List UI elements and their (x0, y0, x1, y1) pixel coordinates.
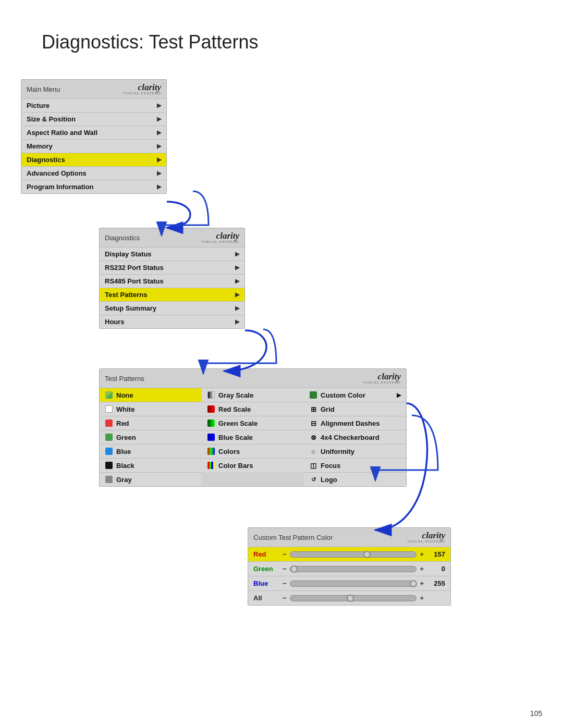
white-color-icon (105, 405, 113, 413)
tp-item-redscale[interactable]: Red Scale (202, 402, 304, 416)
grid-icon: ⊞ (309, 405, 317, 413)
gray-color-icon (105, 476, 113, 483)
green-slider[interactable] (290, 566, 417, 572)
alignment-icon: ⊟ (309, 419, 317, 427)
diag-item-setup-summary[interactable]: Setup Summary ▶ (100, 301, 244, 315)
page-number: 105 (530, 709, 542, 718)
all-slider[interactable] (290, 595, 417, 601)
uniformity-icon: ○ (309, 447, 317, 455)
blue-minus[interactable]: − (283, 579, 287, 587)
blue-color-icon (105, 448, 113, 455)
bluescale-icon (207, 434, 215, 441)
red-color-icon (105, 419, 113, 427)
custom-color-all-row[interactable]: All − + (248, 590, 450, 605)
tp-item-green[interactable]: Green (100, 430, 202, 444)
diagnostics-title: Diagnostics (105, 234, 140, 242)
test-patterns-header: Test Patterns clarity Visual Systems (100, 369, 406, 388)
test-patterns-title: Test Patterns (105, 375, 144, 382)
red-value: 157 (427, 550, 445, 558)
logo-icon: ↺ (309, 475, 317, 484)
tp-item-greenscale[interactable]: Green Scale (202, 416, 304, 430)
arrow-icon: ▶ (235, 264, 239, 271)
custom-color-red-row[interactable]: Red − + 157 (248, 547, 450, 561)
green-minus[interactable]: − (283, 565, 287, 573)
arrow-icon: ▶ (235, 318, 239, 325)
red-minus[interactable]: − (283, 550, 287, 558)
tp-item-colors[interactable]: Colors (202, 444, 304, 458)
main-menu-item-diagnostics[interactable]: Diagnostics ▶ (21, 153, 166, 166)
main-menu-item-memory[interactable]: Memory ▶ (21, 139, 166, 153)
red-plus[interactable]: + (420, 550, 424, 558)
tp-item-uniformity[interactable]: ○ Uniformity (304, 444, 406, 458)
main-menu-item-advanced-options[interactable]: Advanced Options ▶ (21, 166, 166, 180)
checkerboard-icon: ⊗ (309, 433, 317, 441)
tp-item-focus[interactable]: ◫ Focus (304, 458, 406, 472)
main-menu-panel: Main Menu clarity Visual Systems Picture… (21, 79, 167, 194)
tp-item-red[interactable]: Red (100, 416, 202, 430)
black-color-icon (105, 462, 113, 469)
custom-color-blue-row[interactable]: Blue − + 255 (248, 576, 450, 590)
diag-item-rs232[interactable]: RS232 Port Status ▶ (100, 261, 244, 274)
main-menu-logo: clarity Visual Systems (123, 83, 161, 95)
custom-color-panel: Custom Test Pattern Color clarity Visual… (248, 527, 451, 606)
custom-color-title: Custom Test Pattern Color (253, 534, 333, 541)
arrow-icon: ▶ (157, 102, 161, 109)
tp-item-gray[interactable]: Gray (100, 472, 202, 486)
custom-color-header: Custom Test Pattern Color clarity Visual… (248, 528, 450, 547)
main-menu-header: Main Menu clarity Visual Systems (21, 80, 166, 98)
diag-item-test-patterns[interactable]: Test Patterns ▶ (100, 288, 244, 301)
focus-icon: ◫ (309, 461, 317, 470)
colors-icon (207, 448, 215, 455)
arrow-icon: ▶ (157, 183, 161, 190)
arrow-icon: ▶ (235, 291, 239, 298)
main-menu-item-size-position[interactable]: Size & Position ▶ (21, 112, 166, 126)
arrow-icon: ▶ (397, 392, 401, 399)
tp-item-white[interactable]: White (100, 402, 202, 416)
tp-item-colorbars[interactable]: Color Bars (202, 458, 304, 472)
diagnostics-panel: Diagnostics clarity Visual Systems Displ… (99, 228, 245, 329)
tp-item-blue[interactable]: Blue (100, 444, 202, 458)
tp-item-grayscale[interactable]: Gray Scale (202, 388, 304, 402)
colorbars-icon (207, 462, 215, 469)
diag-item-display-status[interactable]: Display Status ▶ (100, 247, 244, 261)
tp-item-none[interactable]: None (100, 388, 202, 402)
arrow-icon: ▶ (157, 143, 161, 150)
all-minus[interactable]: − (283, 594, 287, 602)
all-plus[interactable]: + (420, 594, 424, 602)
tp-item-customcolor[interactable]: Custom Color ▶ (304, 388, 406, 402)
blue-label: Blue (253, 579, 279, 587)
arrow-icon: ▶ (157, 129, 161, 136)
all-label: All (253, 594, 279, 602)
tp-item-alignment[interactable]: ⊟ Alignment Dashes (304, 416, 406, 430)
green-plus[interactable]: + (420, 565, 424, 573)
red-label: Red (253, 550, 279, 558)
arrow-icon: ▶ (235, 305, 239, 312)
tp-item-checkerboard[interactable]: ⊗ 4x4 Checkerboard (304, 430, 406, 444)
diagnostics-header: Diagnostics clarity Visual Systems (100, 228, 244, 247)
customcolor-icon (310, 391, 317, 399)
test-patterns-logo: clarity Visual Systems (363, 372, 401, 385)
arrow-icon: ▶ (235, 278, 239, 285)
arrow-icon: ▶ (157, 116, 161, 122)
arrow-icon: ▶ (235, 251, 239, 257)
main-menu-title: Main Menu (27, 85, 60, 93)
tp-item-grid[interactable]: ⊞ Grid (304, 402, 406, 416)
diag-item-hours[interactable]: Hours ▶ (100, 315, 244, 328)
blue-value: 255 (427, 579, 445, 587)
none-color-icon (105, 391, 113, 399)
test-patterns-panel: Test Patterns clarity Visual Systems Non… (99, 368, 407, 487)
diag-item-rs485[interactable]: RS485 Port Status ▶ (100, 274, 244, 288)
blue-plus[interactable]: + (420, 579, 424, 587)
blue-slider[interactable] (290, 581, 417, 587)
red-slider[interactable] (290, 551, 417, 558)
diagnostics-logo: clarity Visual Systems (201, 231, 239, 244)
tp-item-logo[interactable]: ↺ Logo (304, 472, 406, 486)
main-menu-item-aspect-ratio[interactable]: Aspect Ratio and Wall ▶ (21, 126, 166, 139)
tp-item-black[interactable]: Black (100, 458, 202, 472)
tp-item-bluescale[interactable]: Blue Scale (202, 430, 304, 444)
main-menu-item-picture[interactable]: Picture ▶ (21, 98, 166, 112)
page-title: Diagnostics: Test Patterns (0, 0, 563, 74)
custom-color-logo: clarity Visual Systems (407, 531, 445, 544)
main-menu-item-program-info[interactable]: Program Information ▶ (21, 180, 166, 193)
custom-color-green-row[interactable]: Green − + 0 (248, 561, 450, 576)
